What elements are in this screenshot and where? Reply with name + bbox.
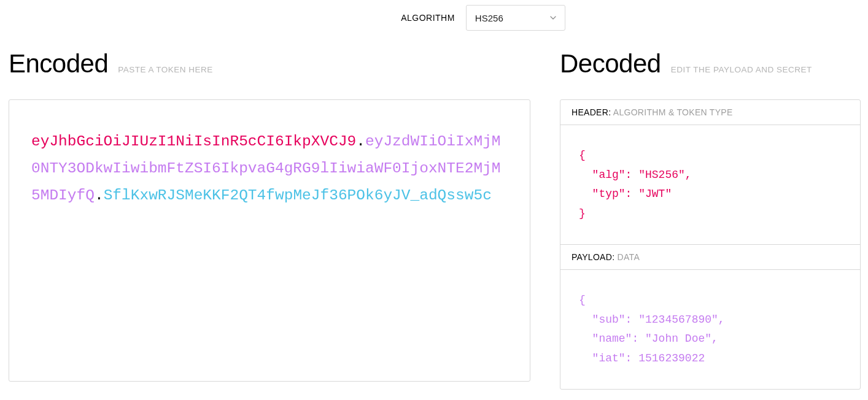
algorithm-select-value: HS256: [475, 13, 503, 23]
decoded-heading: Decoded EDIT THE PAYLOAD AND SECRET: [560, 49, 861, 79]
decoded-title: Decoded: [560, 49, 661, 79]
decoded-header-code[interactable]: { "alg": "HS256", "typ": "JWT" }: [560, 125, 860, 244]
decoded-header-label-sub: ALGORITHM & TOKEN TYPE: [613, 107, 733, 117]
decoded-subtitle: EDIT THE PAYLOAD AND SECRET: [671, 65, 812, 74]
encoded-token-input[interactable]: eyJhbGciOiJIUzI1NiIsInR5cCI6IkpXVCJ9.eyJ…: [9, 99, 530, 382]
decoded-header-label: HEADER: ALGORITHM & TOKEN TYPE: [560, 100, 860, 125]
encoded-heading: Encoded PASTE A TOKEN HERE: [9, 49, 530, 79]
jwt-dot: .: [356, 133, 365, 150]
decoded-panel: HEADER: ALGORITHM & TOKEN TYPE { "alg": …: [560, 99, 861, 390]
jwt-signature-part: SflKxwRJSMeKKF2QT4fwpMeJf36POk6yJV_adQss…: [104, 187, 492, 204]
decoded-payload-code[interactable]: { "sub": "1234567890", "name": "John Doe…: [560, 269, 860, 389]
decoded-payload-label-sub: DATA: [618, 252, 640, 262]
encoded-title: Encoded: [9, 49, 108, 79]
algorithm-selector-bar: ALGORITHM HS256: [98, 0, 868, 49]
decoded-payload-label: PAYLOAD: DATA: [560, 245, 860, 269]
jwt-header-part: eyJhbGciOiJIUzI1NiIsInR5cCI6IkpXVCJ9: [31, 133, 356, 150]
decoded-header-label-main: HEADER:: [572, 107, 611, 117]
decoded-payload-label-main: PAYLOAD:: [572, 252, 614, 262]
algorithm-select[interactable]: HS256: [466, 5, 565, 31]
encoded-subtitle: PASTE A TOKEN HERE: [118, 65, 213, 74]
algorithm-label: ALGORITHM: [401, 13, 455, 23]
chevron-down-icon: [550, 16, 556, 20]
jwt-dot: .: [95, 187, 104, 204]
